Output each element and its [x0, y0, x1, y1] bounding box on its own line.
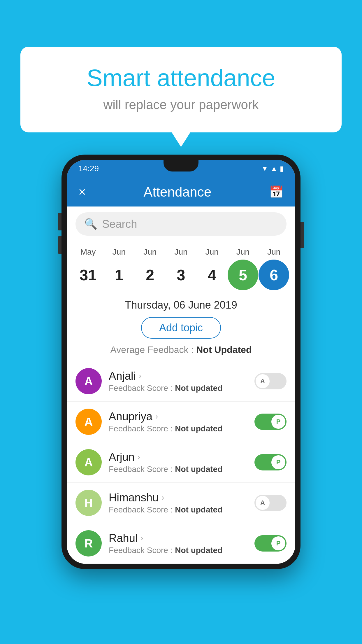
student-list: A Anjali › Feedback Score : Not updated …: [67, 361, 295, 564]
attendance-toggle-arjun[interactable]: P: [254, 454, 287, 470]
calendar-section: May Jun Jun Jun Jun Jun Jun 31 1 2 3 4 5…: [67, 242, 295, 293]
search-icon: 🔍: [84, 218, 97, 230]
toggle-knob-rahul: P: [271, 536, 285, 550]
calendar-months-row: May Jun Jun Jun Jun Jun Jun: [73, 247, 289, 257]
status-bar: 14:29 ▼ ▲ ▮: [67, 160, 295, 177]
attendance-toggle-rahul[interactable]: P: [254, 535, 287, 552]
search-container: 🔍 Search: [67, 206, 295, 242]
toggle-knob-arjun: P: [271, 455, 285, 469]
volume-down-button: [58, 236, 61, 254]
toggle-knob-anjali: A: [256, 374, 270, 388]
student-feedback-anupriya: Feedback Score : Not updated: [109, 424, 247, 433]
student-info-rahul: Rahul › Feedback Score : Not updated: [109, 532, 247, 555]
chevron-right-icon: ›: [161, 493, 164, 502]
date-31[interactable]: 31: [73, 260, 103, 290]
attendance-toggle-anjali[interactable]: A: [254, 373, 287, 389]
date-3[interactable]: 3: [166, 260, 196, 290]
toggle-arjun[interactable]: P: [254, 454, 287, 470]
volume-up-button: [58, 213, 61, 230]
phone-frame: 14:29 ▼ ▲ ▮ × Attendance 📅 🔍 Search: [61, 155, 301, 569]
average-feedback-label: Average Feedback : Not Updated: [75, 344, 287, 355]
signal-icon: ▲: [270, 164, 277, 173]
search-input[interactable]: Search: [102, 218, 137, 230]
feedback-value: Not Updated: [196, 344, 252, 355]
avatar-rahul: R: [75, 530, 102, 556]
date-2[interactable]: 2: [135, 260, 165, 290]
header-title: Attendance: [143, 184, 211, 200]
speech-bubble-container: Smart attendance will replace your paper…: [20, 47, 342, 132]
month-jun-4: Jun: [197, 247, 227, 257]
selected-date-label: Thursday, 06 June 2019: [75, 299, 287, 311]
toggle-anjali[interactable]: A: [254, 373, 287, 389]
month-jun-5: Jun: [228, 247, 258, 257]
student-item-rahul[interactable]: R Rahul › Feedback Score : Not updated P: [67, 523, 295, 564]
month-jun-3: Jun: [166, 247, 196, 257]
attendance-toggle-anupriya[interactable]: P: [254, 414, 287, 430]
date-4[interactable]: 4: [197, 260, 227, 290]
student-item-arjun[interactable]: A Arjun › Feedback Score : Not updated P: [67, 442, 295, 483]
date-6-selected[interactable]: 6: [259, 260, 289, 290]
toggle-knob-himanshu: A: [256, 496, 270, 510]
phone-screen: 14:29 ▼ ▲ ▮ × Attendance 📅 🔍 Search: [67, 160, 295, 564]
student-info-anupriya: Anupriya › Feedback Score : Not updated: [109, 410, 247, 433]
chevron-right-icon: ›: [139, 371, 141, 381]
student-name-arjun: Arjun ›: [109, 451, 247, 463]
student-name-anupriya: Anupriya ›: [109, 410, 247, 423]
speech-bubble: Smart attendance will replace your paper…: [20, 47, 342, 132]
student-name-rahul: Rahul ›: [109, 532, 247, 545]
status-time: 14:29: [78, 164, 99, 173]
search-bar[interactable]: 🔍 Search: [75, 212, 287, 236]
close-button[interactable]: ×: [78, 185, 86, 199]
wifi-icon: ▼: [261, 164, 268, 173]
app-header: × Attendance 📅: [67, 177, 295, 206]
toggle-rahul[interactable]: P: [254, 535, 287, 552]
calendar-icon[interactable]: 📅: [269, 185, 284, 199]
month-may: May: [73, 247, 103, 257]
status-icons: ▼ ▲ ▮: [261, 164, 284, 173]
power-button: [301, 222, 304, 248]
chevron-right-icon: ›: [140, 533, 143, 543]
student-info-anjali: Anjali › Feedback Score : Not updated: [109, 370, 247, 393]
month-jun-1: Jun: [104, 247, 134, 257]
student-name-himanshu: Himanshu ›: [109, 491, 247, 504]
speech-bubble-subtitle: will replace your paperwork: [44, 97, 318, 112]
toggle-anupriya[interactable]: P: [254, 414, 287, 430]
info-section: Thursday, 06 June 2019 Add topic Average…: [67, 293, 295, 361]
notch: [164, 160, 198, 172]
avatar-anjali: A: [75, 368, 102, 394]
student-feedback-himanshu: Feedback Score : Not updated: [109, 505, 247, 514]
student-item-anupriya[interactable]: A Anupriya › Feedback Score : Not update…: [67, 402, 295, 442]
feedback-prefix: Average Feedback :: [110, 344, 196, 355]
student-item-himanshu[interactable]: H Himanshu › Feedback Score : Not update…: [67, 483, 295, 523]
chevron-right-icon: ›: [155, 412, 158, 421]
chevron-right-icon: ›: [138, 452, 140, 462]
battery-icon: ▮: [280, 164, 284, 173]
student-feedback-rahul: Feedback Score : Not updated: [109, 546, 247, 555]
calendar-dates-row: 31 1 2 3 4 5 6: [73, 260, 289, 290]
phone-mockup: 14:29 ▼ ▲ ▮ × Attendance 📅 🔍 Search: [61, 155, 301, 569]
student-feedback-arjun: Feedback Score : Not updated: [109, 465, 247, 474]
avatar-arjun: A: [75, 449, 102, 475]
date-1[interactable]: 1: [104, 260, 134, 290]
avatar-anupriya: A: [75, 409, 102, 435]
avatar-himanshu: H: [75, 490, 102, 516]
month-jun-2: Jun: [135, 247, 165, 257]
month-jun-6: Jun: [259, 247, 289, 257]
speech-bubble-title: Smart attendance: [44, 64, 318, 92]
add-topic-button[interactable]: Add topic: [141, 317, 221, 339]
date-5-selected[interactable]: 5: [228, 260, 258, 290]
toggle-knob-anupriya: P: [271, 415, 285, 429]
attendance-toggle-himanshu[interactable]: A: [254, 495, 287, 511]
student-info-arjun: Arjun › Feedback Score : Not updated: [109, 451, 247, 474]
student-feedback-anjali: Feedback Score : Not updated: [109, 384, 247, 393]
toggle-himanshu[interactable]: A: [254, 495, 287, 511]
student-item-anjali[interactable]: A Anjali › Feedback Score : Not updated …: [67, 361, 295, 402]
student-name-anjali: Anjali ›: [109, 370, 247, 382]
student-info-himanshu: Himanshu › Feedback Score : Not updated: [109, 491, 247, 514]
